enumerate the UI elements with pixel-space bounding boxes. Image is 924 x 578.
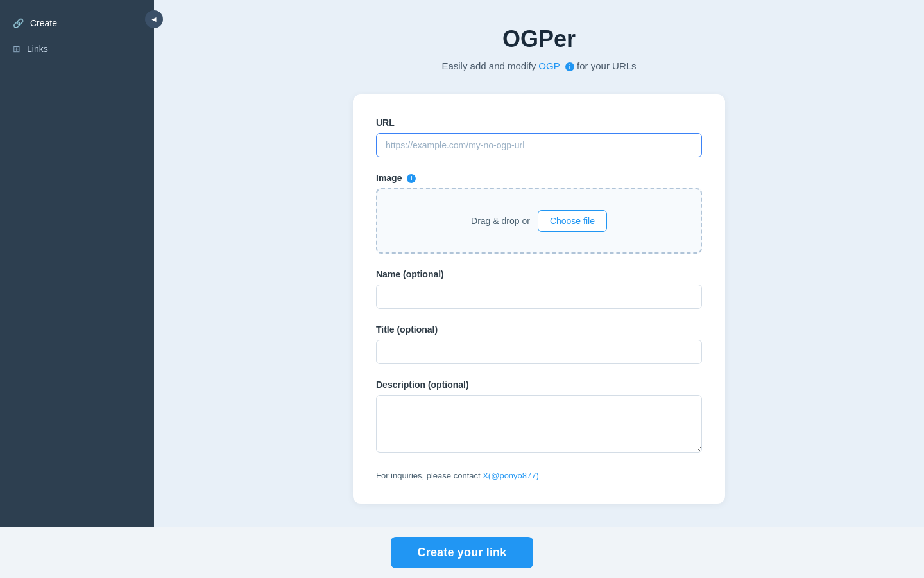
ogp-info-icon[interactable]: i [565,62,574,71]
contact-link[interactable]: X(@ponyo877) [483,471,539,480]
grid-icon: ⊞ [13,44,21,54]
sidebar-item-create-label: Create [30,18,57,28]
sidebar-item-links-label: Links [27,44,48,54]
subtitle-before: Easily add and modify [441,60,538,71]
form-card: URL Image i Drag & drop or Choose file N… [353,94,725,504]
chevron-left-icon: ◄ [150,15,158,24]
bottom-bar: Create your link [0,527,924,578]
subtitle-after: for your URLs [577,60,637,71]
url-label: URL [376,118,702,128]
dropzone-text: Drag & drop or [471,216,530,226]
contact-text: For inquiries, please contact [376,471,483,480]
title-input[interactable] [376,340,702,364]
sidebar: ◄ 🔗 Create ⊞ Links [0,0,154,578]
name-field-group: Name (optional) [376,269,702,309]
image-field-group: Image i Drag & drop or Choose file [376,173,702,254]
sidebar-toggle-button[interactable]: ◄ [145,10,163,28]
contact-line: For inquiries, please contact X(@ponyo87… [376,471,702,480]
sidebar-item-create[interactable]: 🔗 Create [0,10,154,36]
url-input[interactable] [376,133,702,157]
name-input[interactable] [376,285,702,309]
description-label: Description (optional) [376,380,702,390]
main-content: OGPer Easily add and modify OGP i for yo… [154,0,924,578]
page-subtitle: Easily add and modify OGP i for your URL… [441,60,636,71]
name-label: Name (optional) [376,269,702,279]
image-info-icon[interactable]: i [407,174,416,183]
link-icon: 🔗 [13,18,24,28]
url-field-group: URL [376,118,702,157]
title-field-group: Title (optional) [376,324,702,364]
choose-file-button[interactable]: Choose file [538,210,607,232]
create-link-button[interactable]: Create your link [391,537,534,568]
ogp-link[interactable]: OGP [538,60,560,71]
description-field-group: Description (optional) [376,380,702,455]
sidebar-item-links[interactable]: ⊞ Links [0,36,154,62]
image-dropzone[interactable]: Drag & drop or Choose file [376,188,702,254]
description-textarea[interactable] [376,395,702,453]
title-label: Title (optional) [376,324,702,335]
image-label: Image i [376,173,702,183]
page-title: OGPer [502,26,576,53]
